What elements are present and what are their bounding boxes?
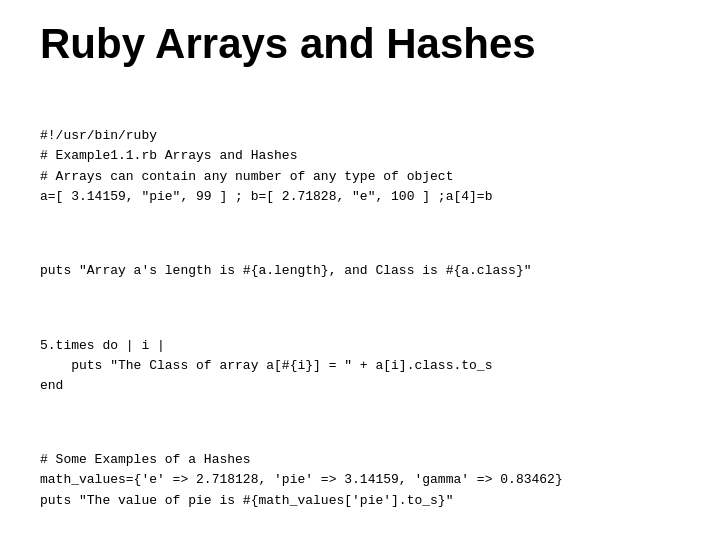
page-title: Ruby Arrays and Hashes [40, 20, 680, 68]
code-section-4: # Some Examples of a Hashes math_values=… [40, 450, 680, 510]
code-section-2: puts "Array a's length is #{a.length}, a… [40, 261, 680, 281]
code-block: #!/usr/bin/ruby # Example1.1.rb Arrays a… [40, 86, 680, 540]
code-section-1: #!/usr/bin/ruby # Example1.1.rb Arrays a… [40, 126, 680, 207]
page-container: Ruby Arrays and Hashes #!/usr/bin/ruby #… [0, 0, 720, 540]
code-section-3: 5.times do | i | puts "The Class of arra… [40, 336, 680, 396]
